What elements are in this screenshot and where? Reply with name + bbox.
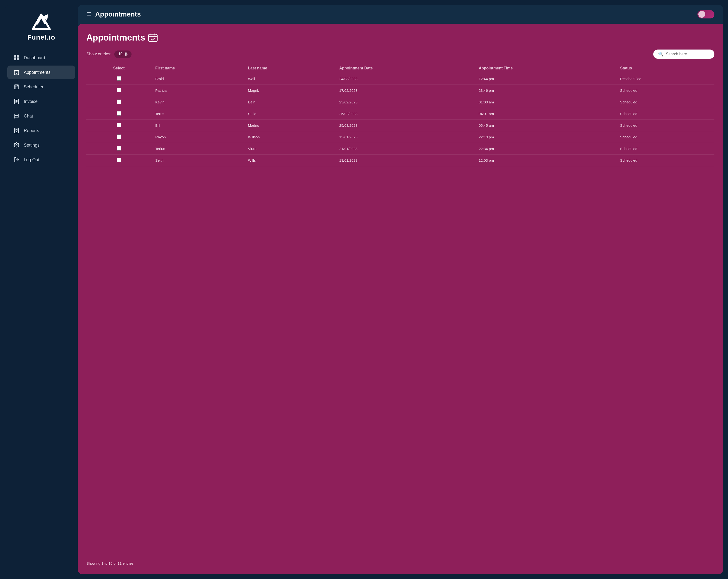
logo: Funel.io <box>27 12 55 41</box>
svg-rect-3 <box>14 58 16 60</box>
table-wrapper: Select First name Last name Appointment … <box>86 64 714 556</box>
hamburger-icon[interactable]: ☰ <box>86 11 91 18</box>
table-row: Bill Madrio 25/03/2023 05:45 am Schedule… <box>86 120 714 131</box>
row-checkbox[interactable] <box>117 158 121 162</box>
cell-date: 13/01/2023 <box>335 131 475 143</box>
cell-status: Scheduled <box>616 143 714 155</box>
cell-firstname: Seith <box>151 155 244 166</box>
sidebar-item-scheduler[interactable]: Scheduler <box>7 80 75 94</box>
topbar-title: Appointments <box>95 10 694 18</box>
sidebar-item-label: Invoice <box>24 99 37 104</box>
content-panel: Appointments Show entries: 10 <box>78 24 723 574</box>
sidebar-item-dashboard[interactable]: Dashboard <box>7 51 75 65</box>
cell-checkbox[interactable] <box>86 96 151 108</box>
col-status: Status <box>616 64 714 73</box>
sidebar-item-label: Scheduler <box>24 84 44 90</box>
appointments-icon <box>148 33 158 42</box>
sidebar-item-reports[interactable]: Reports <box>7 124 75 137</box>
invoice-icon <box>13 98 20 105</box>
table-row: Terris Sutlo 25/02/2023 04:01 am Schedul… <box>86 108 714 120</box>
cell-lastname: Wail <box>244 73 335 85</box>
panel-header: Appointments <box>86 32 714 43</box>
sidebar-item-settings[interactable]: Settings <box>7 139 75 152</box>
col-lastname: Last name <box>244 64 335 73</box>
cell-checkbox[interactable] <box>86 155 151 166</box>
cell-time: 22:34 pm <box>475 143 616 155</box>
search-box: 🔍 <box>653 50 714 59</box>
table-row: Kevin Bein 23/02/2023 01:03 am Scheduled <box>86 96 714 108</box>
col-time: Appointment Time <box>475 64 616 73</box>
controls-row: Show entries: 10 ⇅ 🔍 <box>86 50 714 59</box>
table-row: Teriun Viurer 21/01/2023 22:34 pm Schedu… <box>86 143 714 155</box>
svg-point-23 <box>16 145 17 146</box>
cell-lastname: Bein <box>244 96 335 108</box>
cell-checkbox[interactable] <box>86 143 151 155</box>
cell-checkbox[interactable] <box>86 73 151 85</box>
panel-title: Appointments <box>86 32 158 43</box>
cell-status: Scheduled <box>616 155 714 166</box>
table-row: Seith Wills 13/01/2023 12:03 pm Schedule… <box>86 155 714 166</box>
cell-firstname: Teriun <box>151 143 244 155</box>
footer-text: Showing 1 to 10 of 11 entries <box>86 561 133 565</box>
svg-rect-1 <box>14 55 16 57</box>
sidebar-item-appointments[interactable]: Appointments <box>7 66 75 79</box>
cell-firstname: Patrica <box>151 85 244 96</box>
logo-icon <box>30 12 52 31</box>
cell-firstname: Rayon <box>151 131 244 143</box>
row-checkbox[interactable] <box>117 100 121 104</box>
toggle-switch[interactable] <box>697 10 714 19</box>
sidebar: Funel.io Dashboard <box>5 5 78 574</box>
table-row: Patrica Magrik 17/02/2023 23:46 pm Sched… <box>86 85 714 96</box>
cell-date: 13/01/2023 <box>335 155 475 166</box>
cell-status: Scheduled <box>616 85 714 96</box>
cell-time: 01:03 am <box>475 96 616 108</box>
cell-date: 23/02/2023 <box>335 96 475 108</box>
search-input[interactable] <box>666 52 709 56</box>
cell-checkbox[interactable] <box>86 108 151 120</box>
table-footer: Showing 1 to 10 of 11 entries <box>86 561 714 565</box>
row-checkbox[interactable] <box>117 123 121 127</box>
cell-time: 23:46 pm <box>475 85 616 96</box>
topbar: ☰ Appointments <box>78 5 723 24</box>
row-checkbox[interactable] <box>117 134 121 139</box>
cell-lastname: Madrio <box>244 120 335 131</box>
cell-firstname: Kevin <box>151 96 244 108</box>
sidebar-item-invoice[interactable]: Invoice <box>7 95 75 108</box>
cell-time: 22:10 pm <box>475 131 616 143</box>
row-checkbox[interactable] <box>117 146 121 151</box>
gear-icon <box>13 142 20 149</box>
row-checkbox[interactable] <box>117 76 121 81</box>
cell-status: Scheduled <box>616 96 714 108</box>
svg-rect-2 <box>17 55 19 57</box>
cell-status: Scheduled <box>616 120 714 131</box>
appointments-table: Select First name Last name Appointment … <box>86 64 714 166</box>
cell-date: 17/02/2023 <box>335 85 475 96</box>
cell-time: 12:03 pm <box>475 155 616 166</box>
cell-lastname: Wills <box>244 155 335 166</box>
sidebar-item-logout[interactable]: Log Out <box>7 153 75 167</box>
show-entries-label: Show entries: <box>86 52 111 56</box>
main-content: ☰ Appointments Appointments <box>78 5 723 574</box>
svg-rect-4 <box>17 58 19 60</box>
row-checkbox[interactable] <box>117 111 121 116</box>
svg-point-21 <box>16 130 17 132</box>
cell-firstname: Terris <box>151 108 244 120</box>
cell-checkbox[interactable] <box>86 85 151 96</box>
sidebar-item-chat[interactable]: Chat <box>7 109 75 123</box>
cell-lastname: Viurer <box>244 143 335 155</box>
svg-rect-9 <box>14 85 19 89</box>
cell-checkbox[interactable] <box>86 120 151 131</box>
sidebar-item-label: Chat <box>24 114 33 119</box>
entries-badge[interactable]: 10 ⇅ <box>114 50 132 58</box>
scheduler-icon <box>13 83 20 90</box>
cell-time: 04:01 am <box>475 108 616 120</box>
search-icon: 🔍 <box>658 51 664 57</box>
cell-checkbox[interactable] <box>86 131 151 143</box>
calendar-check-icon <box>13 69 20 76</box>
table-row: Braid Wail 24/03/2023 12:44 pm Reschedul… <box>86 73 714 85</box>
cell-date: 24/03/2023 <box>335 73 475 85</box>
cell-status: Scheduled <box>616 108 714 120</box>
toggle-knob <box>698 11 705 18</box>
cell-time: 05:45 am <box>475 120 616 131</box>
row-checkbox[interactable] <box>117 88 121 92</box>
